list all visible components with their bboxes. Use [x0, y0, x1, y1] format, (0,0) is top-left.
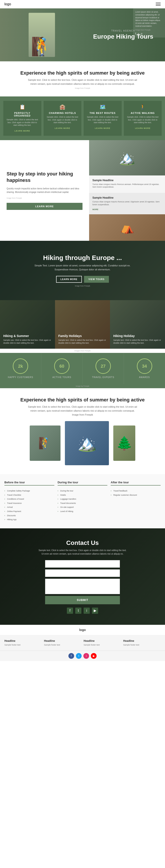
list-item: Luggage transfers — [58, 497, 108, 501]
nav-logo: logo — [4, 2, 11, 6]
footer-instagram-icon[interactable]: i — [83, 653, 89, 659]
after-tour-list: Travel feedback Regular customer discoun… — [111, 489, 161, 497]
experience-heading: Experience the high spirits of summer by… — [7, 70, 158, 76]
list-item: Arrival — [4, 505, 54, 509]
step-learn-more-button[interactable]: LEARN MORE — [7, 203, 82, 210]
step-text: Quickly morph impactful action items bef… — [7, 187, 82, 194]
footer-youtube-icon[interactable]: ▶ — [91, 653, 96, 659]
banner-credit: Image from Freepik — [75, 285, 90, 287]
feature-text-2: Sample click. Click to select the text b… — [86, 116, 119, 124]
step-card1-title: Sample Headline — [92, 179, 162, 182]
instagram-social-icon[interactable]: i — [84, 608, 90, 614]
after-tour-heading: After the tour — [111, 481, 161, 486]
feature-title-2: THE BEST ROUTES — [86, 112, 119, 114]
footer-col-text-3: Sample footer text — [123, 644, 161, 646]
stat-label-1: ACTIVE TOURS — [44, 376, 80, 378]
step-heading: Step by step into your hiking happiness — [7, 171, 82, 183]
gallery-title-1: Family Holidays — [58, 334, 107, 338]
during-tour-column: During the tour During the tour Hotels L… — [58, 481, 108, 522]
list-item: Discounts — [4, 514, 54, 518]
hero-person-image: 🧗 — [29, 13, 55, 57]
gallery-section: Hiking & Summer Sample use. Click to sel… — [0, 300, 165, 349]
navbar: logo — [0, 0, 165, 8]
list-item: Travel feedback — [111, 489, 161, 493]
stat-circle-0: 2k — [13, 359, 28, 374]
stat-2: 27 TRAVEL EXPERTS — [83, 353, 124, 384]
stat-label-3: AWARDS — [126, 376, 163, 378]
feature-link-1[interactable]: LEARN MORE — [55, 127, 70, 129]
feature-title-1: CHARMING HOTELS — [46, 112, 79, 114]
footer-col-title-3: Headline — [123, 639, 161, 643]
experience2-section: Experience the high spirits of summer by… — [0, 388, 165, 474]
twitter-social-icon[interactable]: t — [75, 608, 81, 614]
youtube-social-icon[interactable]: ▶ — [92, 608, 98, 614]
step-credit: Image from Freepik — [7, 197, 82, 200]
gallery-card-1: Family Holidays Sample text. Click to se… — [55, 300, 110, 349]
during-tour-list: During the tour Hotels Luggage transfers… — [58, 489, 108, 514]
list-item: During the tour — [58, 489, 108, 493]
footer-bottom: f t i ▶ — [0, 651, 165, 661]
twitter-icon[interactable]: y — [138, 32, 139, 35]
stat-circle-3: 34 — [137, 359, 152, 374]
step-card-1: Sample Headline Turros vitae congue maur… — [89, 176, 165, 193]
step-card2-link[interactable]: MORE — [92, 208, 98, 211]
exp2-hiker-image: 🧗 — [30, 426, 60, 461]
step-section: Step by step into your hiking happiness … — [0, 140, 165, 241]
hero-description: Lorem ipsum dolor sit amet, consectetur … — [135, 10, 163, 28]
contact-text: Sample text. Click to select the text bo… — [39, 549, 126, 556]
hero-text-right: TRAVEL AGENCY Europe Hiking Tours Lorem … — [84, 8, 165, 61]
list-item: Online Payment — [4, 509, 54, 514]
step-card1-text: Turros vitae congue mauris rhoncus aenea… — [92, 183, 162, 188]
stat-circle-2: 27 — [95, 359, 111, 374]
step-camp-image — [89, 214, 165, 241]
contact-message-input[interactable] — [45, 579, 120, 594]
footer-col-0: Headline Sample footer text — [4, 639, 42, 646]
banner-buttons: LEARN MORE VIEW TOURS — [56, 276, 109, 283]
contact-section: Contact Us Sample text. Click to select … — [0, 528, 165, 625]
list-item: Conditions of travel — [4, 497, 54, 501]
footer-col-1: Headline Sample footer text — [44, 639, 81, 646]
list-item: Hotels — [58, 493, 108, 497]
stat-number-3: 34 — [142, 364, 147, 369]
footer-twitter-icon[interactable]: t — [76, 653, 82, 659]
footer-col-title-1: Headline — [44, 639, 81, 643]
gallery-text-2: Sample text. Click to select the text bo… — [113, 339, 162, 344]
contact-submit-button[interactable]: SUBMIT — [45, 596, 120, 604]
instagram-icon[interactable]: o — [141, 32, 142, 35]
hero-social: f y o — [135, 32, 163, 35]
stat-3: 34 AWARDS — [124, 353, 165, 384]
feature-link-2[interactable]: LEARN MORE — [95, 127, 111, 129]
feature-link-0[interactable]: LEARN MORE — [14, 130, 30, 132]
contact-name-input[interactable] — [45, 560, 120, 568]
footer-columns: Headline Sample footer text Headline Sam… — [0, 635, 165, 651]
feature-card-2: 🗺️ THE BEST ROUTES Sample click. Click t… — [84, 101, 122, 136]
list-item: Hiking App — [4, 518, 54, 522]
hiking-banner-heading: Hiking through Europe ... — [43, 254, 122, 261]
feature-text-3: Sample click. Click to select the text b… — [126, 116, 160, 124]
gallery-card-2: Hiking Holiday Sample text. Click to sel… — [110, 300, 165, 349]
hero-section: 🧗 TRAVEL AGENCY Europe Hiking Tours Lore… — [0, 8, 165, 61]
feature-icon-2: 🗺️ — [86, 104, 119, 110]
banner-learn-more-button[interactable]: LEARN MORE — [56, 276, 82, 283]
feature-link-3[interactable]: LEARN MORE — [135, 127, 151, 129]
step-left-content: Step by step into your hiking happiness … — [0, 140, 89, 241]
list-item: Complete Safety Package — [4, 489, 54, 493]
footer-facebook-icon[interactable]: f — [69, 653, 74, 659]
gallery-card-content-0: Hiking & Summer Sample use. Click to sel… — [3, 334, 52, 344]
footer-col-title-0: Headline — [4, 639, 42, 643]
footer-col-text-1: Sample footer text — [44, 644, 81, 646]
experience2-heading: Experience the high spirits of summer by… — [7, 397, 158, 403]
hero-image-left: 🧗 — [0, 8, 84, 61]
contact-heading: Contact Us — [7, 539, 158, 547]
banner-view-tours-button[interactable]: VIEW TOURS — [84, 276, 109, 283]
menu-button[interactable] — [156, 3, 161, 6]
stat-number-2: 27 — [101, 364, 106, 369]
facebook-social-icon[interactable]: f — [67, 608, 73, 614]
step-card2-title: Sample Headline — [92, 196, 162, 199]
during-tour-heading: During the tour — [58, 481, 108, 486]
facebook-icon[interactable]: f — [135, 32, 136, 35]
step-mountain-image — [89, 140, 165, 176]
stat-0: 2k HAPPY CUSTOMERS — [0, 353, 41, 384]
stat-label-0: HAPPY CUSTOMERS — [2, 376, 39, 378]
contact-email-input[interactable] — [45, 569, 120, 577]
